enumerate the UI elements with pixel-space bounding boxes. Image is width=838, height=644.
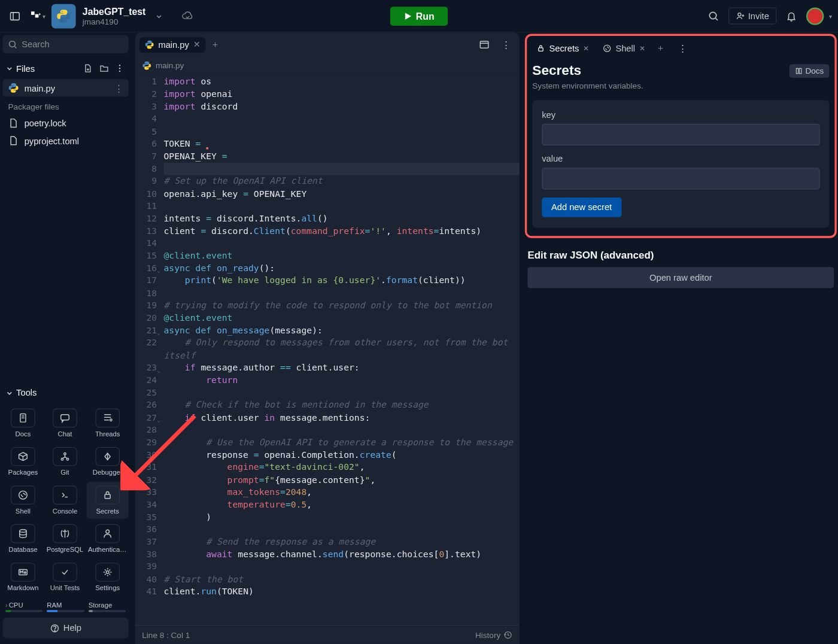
- editor-pane: main.py ✕ ＋ ⋮ main.py 123456789101112131…: [135, 32, 520, 644]
- secrets-form: key value Add new secret: [532, 100, 829, 228]
- editor-tab-bar: main.py ✕ ＋ ⋮: [135, 32, 520, 57]
- tool-authenticati[interactable]: Authenticati...: [87, 520, 129, 557]
- right-pane: Secrets ✕ Shell ✕ ＋ ⋮ Secrets Docs: [524, 32, 838, 644]
- tool-git[interactable]: Git: [45, 443, 86, 480]
- svg-point-32: [54, 630, 55, 631]
- svg-point-30: [106, 571, 109, 574]
- add-tab-icon[interactable]: ＋: [208, 36, 223, 53]
- close-icon[interactable]: ✕: [583, 44, 589, 53]
- svg-point-20: [110, 419, 112, 421]
- svg-point-27: [20, 530, 26, 533]
- svg-rect-2: [31, 11, 34, 15]
- svg-point-15: [119, 71, 120, 72]
- file-row-pyproject[interactable]: pyproject.toml: [3, 132, 129, 149]
- stat-ram: RAM: [47, 602, 84, 612]
- file-row-main[interactable]: main.py ⋮: [3, 79, 129, 96]
- svg-rect-0: [11, 12, 20, 19]
- svg-rect-19: [61, 415, 69, 420]
- cloud-sync-icon[interactable]: [178, 7, 198, 26]
- files-header[interactable]: Files: [3, 57, 129, 79]
- svg-point-9: [10, 41, 16, 47]
- svg-rect-3: [35, 14, 38, 17]
- secrets-subtitle: System environment variables.: [532, 81, 829, 91]
- help-button[interactable]: Help: [3, 618, 129, 639]
- search-placeholder: Search: [22, 40, 50, 50]
- status-bar: Line 8 : Col 1 History: [135, 625, 520, 644]
- tool-threads[interactable]: Threads: [87, 405, 129, 442]
- logo-icon[interactable]: ▾: [28, 7, 47, 26]
- history-button[interactable]: History: [475, 630, 500, 640]
- close-icon[interactable]: ✕: [639, 44, 645, 53]
- cursor-position: Line 8 : Col 1: [142, 630, 190, 640]
- svg-rect-36: [539, 47, 543, 51]
- code-editor[interactable]: 1234567891011121314151617181920212223242…: [135, 74, 520, 625]
- new-file-icon[interactable]: [81, 62, 95, 75]
- value-input[interactable]: [542, 168, 819, 189]
- svg-point-21: [64, 453, 66, 455]
- project-user[interactable]: jman4190: [83, 17, 146, 26]
- svg-point-13: [119, 65, 120, 66]
- tool-database[interactable]: Database: [3, 520, 44, 557]
- app-header: ▾ JabeGPT_test jman4190 Run Invite: [0, 0, 838, 32]
- svg-rect-33: [480, 41, 488, 48]
- tool-settings[interactable]: Settings: [87, 558, 129, 596]
- new-folder-icon[interactable]: [98, 62, 111, 75]
- python-icon: [51, 4, 76, 28]
- packager-header: Packager files: [3, 97, 129, 114]
- tool-unittests[interactable]: Unit Tests: [45, 558, 86, 596]
- tool-docs[interactable]: Docs: [3, 405, 44, 442]
- tab-secrets[interactable]: Secrets ✕: [531, 40, 594, 56]
- svg-point-6: [738, 13, 741, 16]
- search-input[interactable]: Search: [3, 35, 129, 54]
- tab-main-py[interactable]: main.py ✕: [139, 37, 205, 53]
- svg-point-25: [19, 491, 28, 499]
- key-input[interactable]: [542, 124, 819, 145]
- svg-rect-26: [105, 494, 110, 499]
- svg-point-28: [106, 530, 110, 533]
- svg-line-10: [14, 46, 16, 48]
- python-file-icon: [145, 40, 154, 50]
- tools-header[interactable]: Tools: [3, 384, 129, 402]
- sidebar: Search Files main.py ⋮ Packager files po…: [0, 32, 131, 644]
- more-icon[interactable]: [114, 62, 126, 75]
- tab-shell[interactable]: Shell ✕: [597, 40, 651, 56]
- tool-console[interactable]: Console: [45, 482, 86, 519]
- svg-point-4: [709, 12, 716, 19]
- lock-icon: [536, 44, 545, 53]
- add-tab-icon[interactable]: ＋: [654, 40, 668, 57]
- more-icon[interactable]: ⋮: [673, 38, 692, 57]
- close-icon[interactable]: ✕: [193, 40, 200, 50]
- notifications-icon[interactable]: [782, 7, 801, 26]
- shell-icon: [603, 44, 612, 53]
- history-icon[interactable]: [503, 630, 513, 640]
- stat-cpu: ›CPU: [5, 602, 43, 612]
- file-row-poetry[interactable]: poetry.lock: [3, 114, 129, 132]
- tool-packages[interactable]: Packages: [3, 443, 44, 480]
- json-section-title: Edit raw JSON (advanced): [527, 249, 834, 260]
- layout-icon[interactable]: [475, 35, 494, 54]
- svg-point-37: [604, 45, 611, 51]
- python-file-icon: [8, 83, 19, 93]
- sidebar-toggle-icon[interactable]: [5, 7, 25, 26]
- secrets-title: Secrets: [532, 63, 581, 78]
- svg-point-14: [119, 68, 120, 69]
- search-icon[interactable]: [704, 7, 723, 26]
- more-icon[interactable]: ⋮: [496, 35, 515, 54]
- add-secret-button[interactable]: Add new secret: [542, 198, 621, 217]
- tool-postgresql[interactable]: PostgreSQL: [45, 520, 86, 557]
- tool-shell[interactable]: Shell: [3, 482, 44, 519]
- svg-line-5: [715, 18, 717, 20]
- tool-debugger[interactable]: Debugger: [87, 443, 129, 480]
- file-more-icon[interactable]: ⋮: [114, 83, 123, 93]
- docs-button[interactable]: Docs: [789, 64, 829, 78]
- chevron-down-icon[interactable]: [150, 7, 169, 26]
- value-label: value: [542, 154, 819, 164]
- invite-button[interactable]: Invite: [728, 7, 776, 24]
- open-raw-editor-button[interactable]: Open raw editor: [527, 267, 834, 288]
- tool-secrets[interactable]: Secrets: [87, 482, 129, 519]
- tool-markdown[interactable]: Markdown: [3, 558, 44, 596]
- tool-chat[interactable]: Chat: [45, 405, 86, 442]
- avatar[interactable]: [806, 7, 824, 25]
- run-button[interactable]: Run: [390, 7, 448, 26]
- project-title: JabeGPT_test: [83, 6, 146, 17]
